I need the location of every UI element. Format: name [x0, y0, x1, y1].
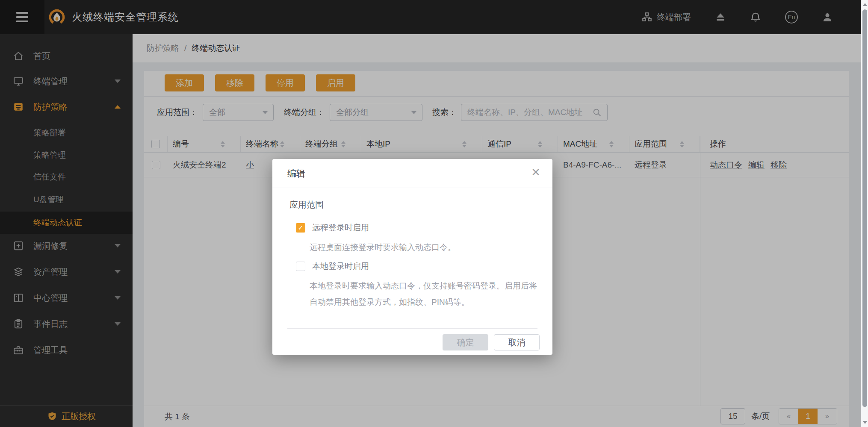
local-login-label: 本地登录时启用 — [312, 261, 369, 272]
dialog-header: 编辑 ✕ — [272, 159, 552, 188]
close-icon[interactable]: ✕ — [531, 167, 540, 178]
dialog-title: 编辑 — [287, 159, 305, 188]
app-root: 火绒终端安全管理系统 终端部署 En — [0, 0, 868, 427]
dialog-section-label: 应用范围 — [289, 199, 324, 211]
remote-login-label: 远程登录时启用 — [312, 222, 369, 233]
scrollbar[interactable] — [861, 0, 868, 427]
edit-dialog: 编辑 ✕ 应用范围 ✓ 远程登录时启用 远程桌面连接登录时要求输入动态口令。 本… — [272, 159, 552, 355]
scroll-up-arrow-icon[interactable] — [861, 1, 868, 8]
remote-login-option[interactable]: ✓ 远程登录时启用 — [296, 222, 369, 233]
scrollbar-thumb[interactable] — [862, 9, 867, 407]
cancel-button[interactable]: 取消 — [494, 334, 540, 350]
remote-login-desc: 远程桌面连接登录时要求输入动态口令。 — [310, 239, 456, 256]
local-login-option[interactable]: 本地登录时启用 — [296, 261, 369, 272]
scroll-down-arrow-icon[interactable] — [861, 419, 868, 426]
checkbox-checked-icon[interactable]: ✓ — [296, 223, 305, 233]
dialog-footer-divider — [287, 328, 537, 329]
checkbox-unchecked-icon[interactable] — [296, 262, 305, 271]
local-login-desc: 本地登录时要求输入动态口令，仅支持账号密码登录。启用后将自动禁用其他登录方式，如… — [310, 278, 543, 310]
confirm-button[interactable]: 确定 — [443, 334, 488, 350]
